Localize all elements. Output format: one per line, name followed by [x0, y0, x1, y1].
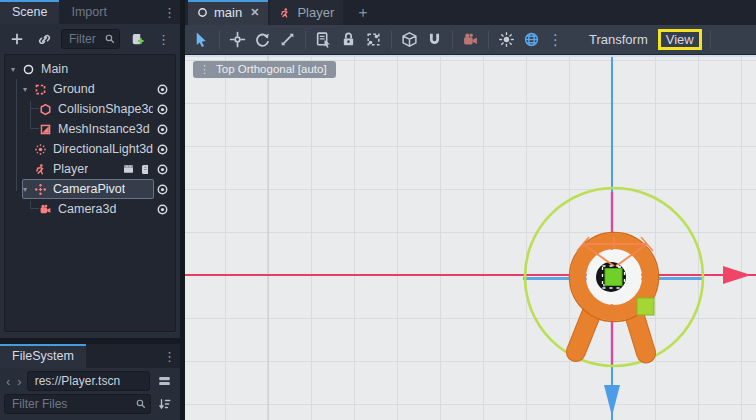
camera-icon	[39, 203, 54, 216]
scene-dock-header: ⋮	[0, 24, 180, 53]
filter-node-inputwrap	[61, 29, 120, 49]
preview-camera-button[interactable]	[458, 29, 483, 50]
rotate-tool-button[interactable]	[250, 29, 275, 50]
open-scene-icon[interactable]	[122, 163, 135, 175]
script-icon[interactable]	[139, 163, 151, 176]
visibility-eye-icon[interactable]	[156, 183, 169, 196]
list-select-button[interactable]	[311, 29, 336, 50]
viewport-menu-icon[interactable]: ⋮	[199, 64, 210, 75]
filesystem-tabbar: FileSystem ⋮	[0, 344, 180, 368]
new-scene-tab-icon[interactable]: ＋	[345, 3, 380, 22]
node-label: Main	[41, 62, 68, 76]
toolbar-separator	[488, 31, 489, 49]
transform-menu[interactable]: Transform	[581, 30, 656, 49]
tree-row-meshinstance3d[interactable]: MeshInstance3d	[33, 119, 175, 139]
visibility-eye-icon[interactable]	[156, 143, 169, 156]
visibility-eye-icon[interactable]	[156, 123, 169, 136]
filesystem-filter-row	[4, 394, 176, 414]
character-icon	[34, 163, 49, 176]
visibility-eye-icon[interactable]	[156, 83, 169, 96]
filesystem-dock: FileSystem ⋮ ‹ ›	[0, 344, 180, 420]
x-axis-arrowhead	[723, 266, 751, 284]
node-label: Player	[53, 162, 88, 176]
filter-files-input[interactable]	[4, 394, 151, 414]
marker3d-icon	[34, 183, 49, 196]
toggle-split-mode-icon[interactable]	[153, 372, 176, 390]
scene-tab-main[interactable]: main ✕	[188, 0, 268, 25]
tree-guide-line	[30, 101, 31, 129]
sun-settings-button[interactable]	[494, 29, 519, 50]
character-icon	[279, 7, 291, 19]
expand-arrow-icon[interactable]: ▾	[11, 65, 22, 74]
history-forward-icon[interactable]: ›	[15, 375, 23, 388]
node-label: Ground	[53, 82, 95, 96]
scene-tree-menu-icon[interactable]: ⋮	[153, 33, 174, 46]
player-badges	[122, 163, 151, 176]
filesystem-body: ‹ ›	[0, 368, 180, 420]
snap-mode-button[interactable]	[422, 29, 447, 50]
tree-row-collisionshape3d[interactable]: CollisionShape3d	[33, 99, 175, 119]
filesystem-menu-icon[interactable]: ⋮	[159, 350, 180, 363]
search-icon	[135, 398, 147, 410]
expand-arrow-icon[interactable]: ▾	[23, 85, 34, 94]
tab-scene[interactable]: Scene	[0, 0, 59, 24]
node3d-icon	[197, 7, 208, 18]
expand-arrow-icon[interactable]: ▾	[23, 185, 34, 194]
environment-settings-button[interactable]	[519, 29, 544, 50]
spatial-toolbar: ⋮ Transform View	[185, 25, 756, 55]
tree-row-ground[interactable]: ▾ Ground	[17, 79, 175, 99]
group-selected-button[interactable]	[361, 29, 386, 50]
tree-row-camerapivot[interactable]: ▾ CameraPivot	[17, 179, 175, 199]
move-tool-button[interactable]	[225, 29, 250, 50]
select-tool-button[interactable]	[189, 29, 214, 50]
local-space-button[interactable]	[397, 29, 422, 50]
toolbar-separator	[452, 31, 453, 49]
attach-script-icon[interactable]	[125, 30, 148, 49]
tree-row-main[interactable]: ▾ Main	[5, 59, 175, 79]
xz-plane-handle	[637, 298, 654, 315]
viewport-3d[interactable]: ⋮ Top Orthogonal [auto]	[185, 55, 756, 420]
scene-tab-label: Player	[297, 5, 334, 20]
scene-dock-menu-icon[interactable]: ⋮	[159, 6, 180, 19]
tab-filesystem-label: FileSystem	[12, 349, 74, 363]
tab-import-label: Import	[71, 5, 106, 19]
toolbar-separator	[219, 31, 220, 49]
node-label: Camera3d	[58, 202, 116, 216]
tree-row-directionallight3d[interactable]: DirectionalLight3d	[17, 139, 175, 159]
toolbar-separator	[305, 31, 306, 49]
add-node-icon[interactable]	[6, 30, 28, 48]
tab-import[interactable]: Import	[59, 0, 118, 24]
tree-row-player[interactable]: Player	[17, 159, 175, 179]
view-options-menu-icon[interactable]: ⋮	[544, 32, 567, 47]
lock-selected-button[interactable]	[336, 29, 361, 50]
visibility-eye-icon[interactable]	[156, 103, 169, 116]
viewport-gizmos	[185, 55, 756, 420]
z-axis-arrowhead	[604, 385, 620, 416]
node-label: DirectionalLight3d	[53, 142, 153, 156]
collision-shape-icon	[39, 103, 54, 116]
godot-editor-window: Scene Import ⋮	[0, 0, 756, 420]
mesh-instance-icon	[39, 123, 54, 136]
sort-files-icon[interactable]	[154, 395, 176, 413]
viewport-view-label[interactable]: ⋮ Top Orthogonal [auto]	[193, 61, 336, 78]
scene-tab-player[interactable]: Player	[270, 0, 343, 25]
scale-tool-button[interactable]	[275, 29, 300, 50]
visibility-eye-icon[interactable]	[156, 163, 169, 176]
node3d-icon	[22, 63, 37, 76]
instance-scene-icon[interactable]	[33, 30, 56, 49]
history-back-icon[interactable]: ‹	[4, 375, 12, 388]
tree-row-camera3d[interactable]: Camera3d	[33, 199, 175, 219]
main-editor-column: main ✕ Player ＋	[185, 0, 756, 420]
visibility-eye-icon[interactable]	[156, 203, 169, 216]
search-icon	[104, 33, 116, 45]
tab-scene-label: Scene	[12, 5, 47, 19]
scene-tab-label: main	[214, 5, 242, 20]
left-dock-column: Scene Import ⋮	[0, 0, 180, 420]
viewport-view-name: Top Orthogonal [auto]	[216, 63, 327, 75]
current-path-field[interactable]	[27, 371, 150, 391]
close-tab-icon[interactable]: ✕	[248, 6, 259, 19]
tab-filesystem[interactable]: FileSystem	[0, 344, 86, 368]
node-label: CollisionShape3d	[58, 102, 153, 116]
view-menu[interactable]: View	[658, 29, 702, 50]
toolbar-separator	[391, 31, 392, 49]
